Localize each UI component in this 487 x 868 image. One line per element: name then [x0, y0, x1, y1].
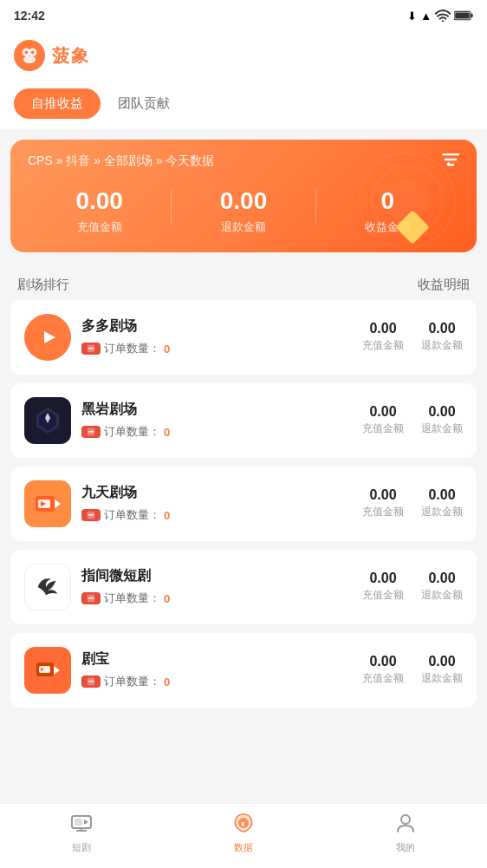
heiyan-stats: 0.00 充值金额 0.00 退款金额	[362, 404, 463, 436]
tab-self-earnings[interactable]: 自推收益	[14, 88, 101, 119]
list-item: 指间微短剧 订单数量： 0 0.00 充值金额 0.00	[10, 550, 477, 624]
zhijian-info: 指间微短剧 订单数量： 0	[81, 567, 352, 606]
list-item: 剧宝 订单数量： 0 0.00 充值金额 0.00	[10, 633, 477, 708]
svg-text:¥: ¥	[241, 820, 245, 828]
jiutian-logo	[24, 480, 71, 527]
section-title-right: 收益明细	[418, 277, 470, 293]
theater-list: 多多剧场 订单数量： 0 0.00 充值金额 0.00	[0, 300, 487, 708]
stat-refund: 0.00 退款金额	[172, 186, 315, 235]
app-name: 菠象	[52, 44, 90, 68]
earnings-icon: ¥	[232, 813, 255, 839]
jubao-stats: 0.00 充值金额 0.00 退款金额	[362, 654, 463, 686]
svg-point-8	[23, 56, 36, 63]
svg-rect-27	[88, 514, 94, 515]
jiutian-stats: 0.00 充值金额 0.00 退款金额	[362, 487, 463, 519]
svg-rect-35	[88, 681, 94, 682]
nav-earnings[interactable]: ¥ 数据	[218, 813, 269, 854]
zhijian-stats: 0.00 充值金额 0.00 退款金额	[362, 571, 463, 603]
stat-charge: 0.00 充值金额	[28, 186, 171, 235]
zhijian-name: 指间微短剧	[81, 567, 352, 585]
tab-bar: 自推收益 团队贡献	[0, 82, 487, 129]
profile-icon	[394, 813, 417, 839]
duoduo-name: 多多剧场	[81, 317, 352, 336]
status-bar: 12:42 ⬇ ▲	[0, 0, 487, 31]
section-title-left: 剧场排行	[17, 277, 69, 293]
jubao-name: 剧宝	[81, 650, 352, 669]
charge-label: 充值金额	[28, 219, 171, 235]
list-item: 黑岩剧场 订单数量： 0 0.00 充值金额 0.00	[10, 383, 477, 458]
refund-label: 退款金额	[172, 219, 315, 235]
svg-point-0	[442, 20, 445, 22]
orders-badge	[81, 343, 101, 355]
svg-marker-14	[44, 331, 55, 343]
zhijian-orders: 订单数量： 0	[81, 591, 352, 606]
section-header: 剧场排行 收益明细	[0, 263, 487, 300]
nav-profile[interactable]: 我的	[380, 813, 432, 854]
jubao-logo	[24, 647, 71, 694]
heiyan-orders: 订单数量： 0	[81, 424, 352, 440]
svg-point-7	[31, 51, 35, 55]
stats-card: CPS » 抖音 » 全部剧场 » 今天数据 0.00 充值金额 0.00 退款…	[10, 140, 477, 252]
duoduo-logo	[24, 314, 71, 361]
charge-value: 0.00	[28, 186, 171, 216]
status-icons: ⬇ ▲	[407, 10, 473, 23]
svg-rect-16	[88, 348, 94, 349]
svg-marker-23	[55, 499, 61, 508]
jiutian-orders: 订单数量： 0	[81, 507, 352, 523]
svg-rect-3	[455, 12, 470, 18]
short-drama-icon	[70, 813, 93, 839]
bottom-navigation: 短剧 ¥ 数据 我的	[0, 803, 487, 868]
duoduo-stats: 0.00 充值金额 0.00 退款金额	[362, 321, 463, 353]
filter-icon[interactable]	[442, 153, 459, 173]
jiutian-info: 九天剧场 订单数量： 0	[81, 484, 352, 523]
svg-rect-21	[88, 431, 94, 432]
heiyan-name: 黑岩剧场	[81, 401, 352, 419]
nav-earnings-label: 数据	[234, 841, 253, 854]
svg-rect-2	[471, 14, 472, 18]
zhijian-logo	[24, 564, 71, 610]
app-header: 菠象	[0, 31, 487, 82]
svg-point-6	[25, 51, 29, 55]
download-icon: ⬇	[407, 10, 417, 23]
jiutian-name: 九天剧场	[81, 484, 352, 502]
signal-icon: ▲	[420, 10, 432, 23]
orders-badge	[81, 675, 101, 688]
heiyan-info: 黑岩剧场 订单数量： 0	[81, 401, 352, 440]
tab-team-contribution[interactable]: 团队贡献	[101, 88, 187, 119]
orders-badge	[81, 426, 101, 438]
svg-rect-32	[39, 666, 50, 673]
duoduo-orders: 订单数量： 0	[81, 341, 352, 356]
orders-badge	[81, 509, 101, 521]
refund-value: 0.00	[172, 186, 315, 216]
nav-profile-label: 我的	[396, 841, 415, 854]
svg-point-41	[401, 815, 410, 824]
nav-short-drama-label: 短剧	[72, 841, 91, 854]
wifi-icon	[435, 10, 451, 22]
svg-rect-12	[447, 162, 450, 165]
app-logo	[14, 40, 45, 71]
svg-rect-37	[75, 819, 82, 826]
nav-short-drama[interactable]: 短剧	[55, 813, 107, 854]
jubao-orders: 订单数量： 0	[81, 674, 352, 689]
duoduo-info: 多多剧场 订单数量： 0	[81, 317, 352, 356]
list-item: 多多剧场 订单数量： 0 0.00 充值金额 0.00	[10, 300, 477, 375]
battery-icon	[454, 10, 473, 21]
heiyan-logo	[24, 397, 71, 444]
svg-marker-38	[84, 819, 88, 825]
orders-badge	[81, 592, 101, 604]
status-time: 12:42	[14, 9, 45, 23]
list-item: 九天剧场 订单数量： 0 0.00 充值金额 0.00	[10, 467, 477, 541]
jubao-info: 剧宝 订单数量： 0	[81, 650, 352, 689]
svg-rect-29	[88, 597, 94, 598]
svg-marker-31	[54, 666, 60, 675]
